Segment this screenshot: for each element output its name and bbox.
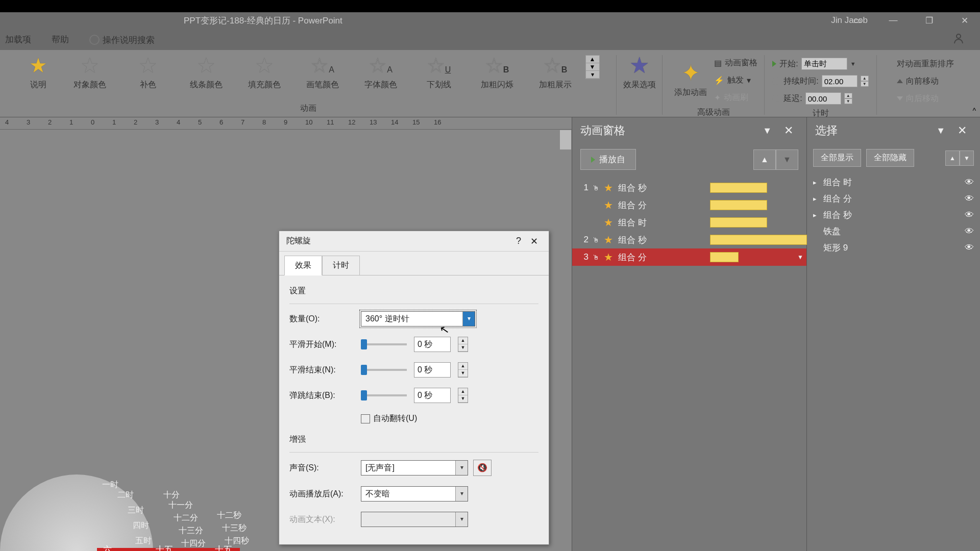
delay-label: 延迟: <box>783 93 802 104</box>
delay-input[interactable] <box>805 92 841 105</box>
gallery-more[interactable]: ▾ <box>586 71 599 79</box>
vertical-scrollbar[interactable] <box>559 130 572 150</box>
duration-input[interactable] <box>822 75 857 87</box>
smooth-start-slider[interactable] <box>361 343 407 345</box>
smooth-start-value[interactable]: 0 秒 <box>414 337 451 352</box>
tab-timing[interactable]: 计时 <box>322 256 360 276</box>
close-animation-pane[interactable]: ✕ <box>779 121 798 140</box>
duration-up[interactable]: ▲ <box>861 76 869 81</box>
dialog-help-button[interactable]: ? <box>511 236 526 246</box>
bounce-end-label: 弹跳结束(B): <box>289 390 361 401</box>
smooth-start-label: 平滑开始(M): <box>289 339 361 350</box>
anim-transparency[interactable]: ★说明 <box>17 55 60 90</box>
hide-all-button[interactable]: 全部隐藏 <box>866 149 914 167</box>
sound-volume-button[interactable]: 🔇 <box>473 460 492 476</box>
smooth-start-down[interactable]: ▼ <box>458 344 468 352</box>
effect-options-button[interactable]: ★效果选项 <box>618 55 661 90</box>
selpane-options-dropdown[interactable]: ▼ <box>929 122 952 139</box>
anim-move-up[interactable]: ▲ <box>753 149 776 170</box>
anim-object-color[interactable]: ★对象颜色 <box>62 55 118 90</box>
maximize-button[interactable]: ❐ <box>919 15 939 26</box>
share-icon[interactable] <box>952 32 965 47</box>
anim-underline[interactable]: ☆U下划线 <box>411 55 467 90</box>
duration-down[interactable]: ▼ <box>861 81 869 87</box>
anim-complement[interactable]: ★补色 <box>120 55 176 90</box>
bounce-end-value[interactable]: 0 秒 <box>414 388 451 403</box>
anim-line-color[interactable]: ★线条颜色 <box>178 55 234 90</box>
move-later-button[interactable]: 向后移动 <box>897 91 954 106</box>
dialog-title: 陀螺旋 <box>286 236 511 246</box>
auto-reverse-checkbox[interactable]: 自动翻转(U) <box>361 413 417 424</box>
add-animation-button[interactable]: ✦添加动画 <box>669 63 712 98</box>
clock-icon <box>772 77 780 85</box>
delay-down[interactable]: ▼ <box>844 98 852 104</box>
anim-brush-color[interactable]: ☆A画笔颜色 <box>295 55 351 90</box>
move-earlier-button[interactable]: 向前移动 <box>897 73 954 89</box>
sound-label: 声音(S): <box>289 463 361 473</box>
visibility-toggle-icon[interactable]: 👁 <box>965 193 974 204</box>
group-advanced-label: 高级动画 <box>697 105 730 119</box>
animation-item[interactable]: 2🖱★组合 秒 <box>572 231 806 248</box>
settings-header: 设置 <box>289 286 538 296</box>
animation-pane-button[interactable]: ▤ 动画窗格 <box>714 55 757 70</box>
after-anim-combobox[interactable]: 不变暗 ▾ <box>361 486 468 502</box>
bounce-end-up[interactable]: ▲ <box>458 388 468 395</box>
minimize-button[interactable]: — <box>883 15 903 26</box>
animation-painter-button[interactable]: ✦ 动画刷 <box>714 90 757 105</box>
anim-bold-flash[interactable]: ☆B加粗闪烁 <box>469 55 525 90</box>
bounce-end-slider[interactable] <box>361 394 407 396</box>
lightbulb-icon <box>89 35 100 45</box>
animation-item[interactable]: ★组合 时 <box>572 214 806 231</box>
start-dropdown[interactable] <box>801 58 847 70</box>
gallery-down[interactable]: ▼ <box>586 63 599 71</box>
animation-item[interactable]: ★组合 分 <box>572 196 806 214</box>
account-icon[interactable]: ▭ <box>847 15 868 26</box>
gallery-up[interactable]: ▲ <box>586 56 599 63</box>
bounce-end-down[interactable]: ▼ <box>458 395 468 403</box>
tab-effect[interactable]: 效果 <box>284 256 322 276</box>
sel-move-up[interactable]: ▲ <box>945 151 960 166</box>
smooth-end-slider[interactable] <box>361 369 407 371</box>
visibility-toggle-icon[interactable]: 👁 <box>965 226 974 237</box>
delay-up[interactable]: ▲ <box>844 93 852 98</box>
selection-item[interactable]: 铁盘👁 <box>813 223 974 239</box>
collapse-ribbon-button[interactable]: ^ <box>972 107 976 115</box>
sound-dropdown-button[interactable]: ▾ <box>455 461 468 475</box>
animation-item[interactable]: 1🖱★组合 秒 <box>572 179 806 196</box>
tab-help[interactable]: 帮助 <box>46 31 74 48</box>
play-from-button[interactable]: 播放自 <box>580 149 636 170</box>
pane-options-dropdown[interactable]: ▼ <box>755 122 779 139</box>
anim-move-down[interactable]: ▼ <box>776 149 798 170</box>
selection-item[interactable]: ▸组合 时👁 <box>813 174 974 190</box>
anim-text-dropdown-button: ▾ <box>455 512 468 527</box>
sel-move-down[interactable]: ▼ <box>960 151 974 166</box>
tab-addins[interactable]: 加载项 <box>0 31 36 48</box>
trigger-button[interactable]: ⚡ 触发 ▾ <box>714 72 757 88</box>
after-anim-dropdown-button[interactable]: ▾ <box>455 487 468 501</box>
visibility-toggle-icon[interactable]: 👁 <box>965 242 974 253</box>
sound-combobox[interactable]: [无声音] ▾ <box>361 460 468 475</box>
anim-font-color[interactable]: ☆A字体颜色 <box>353 55 409 90</box>
close-window-button[interactable]: ✕ <box>954 15 975 26</box>
anim-fill-color[interactable]: ★填充颜色 <box>236 55 292 90</box>
show-all-button[interactable]: 全部显示 <box>813 149 861 167</box>
selection-item[interactable]: 矩形 9👁 <box>813 239 974 256</box>
smooth-start-up[interactable]: ▲ <box>458 337 468 344</box>
animation-item[interactable]: 3🖱★组合 分▼ <box>572 248 806 266</box>
selection-item[interactable]: ▸组合 秒👁 <box>813 207 974 223</box>
anim-text-label: 动画文本(X): <box>289 514 361 525</box>
after-anim-label: 动画播放后(A): <box>289 489 361 499</box>
dialog-close-button[interactable]: ✕ <box>526 236 542 247</box>
anim-bold-reveal[interactable]: ☆B加粗展示 <box>527 55 583 90</box>
close-selection-pane[interactable]: ✕ <box>952 121 972 140</box>
visibility-toggle-icon[interactable]: 👁 <box>965 177 974 188</box>
amount-dropdown-button[interactable]: ▾ <box>462 312 475 326</box>
selection-item[interactable]: ▸组合 分👁 <box>813 190 974 207</box>
smooth-end-up[interactable]: ▲ <box>458 363 468 370</box>
amount-combobox[interactable]: 360° 逆时针 ▾ <box>361 311 475 327</box>
smooth-end-value[interactable]: 0 秒 <box>414 362 451 378</box>
tab-tellme[interactable]: 操作说明搜索 <box>84 30 160 49</box>
smooth-end-down[interactable]: ▼ <box>458 370 468 377</box>
clock-dial-shape[interactable]: 一时 二时 三时 四时 五时 七时 八时 十分 十一分 十二分 十三分 十四分 … <box>0 332 316 551</box>
visibility-toggle-icon[interactable]: 👁 <box>965 210 974 220</box>
